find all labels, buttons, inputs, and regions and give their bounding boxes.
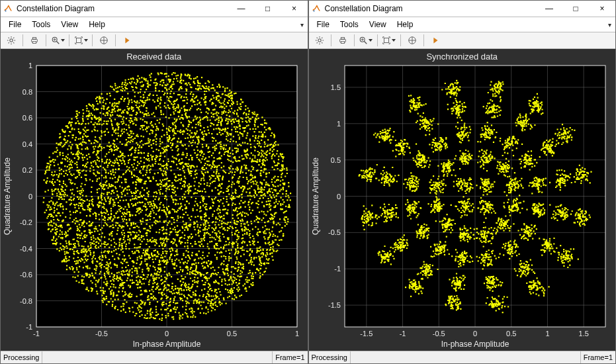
window-title: Constellation Diagram xyxy=(17,4,95,13)
toolbar-separator xyxy=(331,34,331,46)
zoom-in-button[interactable] xyxy=(358,34,374,47)
titlebar: Constellation Diagram — □ × xyxy=(309,1,616,17)
svg-rect-17 xyxy=(76,38,81,43)
menu-tools[interactable]: Tools xyxy=(335,19,364,30)
plot-area[interactable]: Synchronized data -1.5-1-0.500.511.5-1.5… xyxy=(309,49,616,351)
constellation-plot: -1.5-1-0.500.511.5-1.5-1-0.500.511.5In-p… xyxy=(309,63,616,351)
signal-play-button[interactable] xyxy=(119,34,135,47)
toolbar xyxy=(1,32,308,49)
menu-view[interactable]: View xyxy=(56,19,83,30)
print-icon xyxy=(30,36,39,45)
svg-line-6 xyxy=(9,38,9,38)
svg-rect-68 xyxy=(341,42,344,44)
toolbar-separator xyxy=(22,34,23,46)
zoom-in-button[interactable] xyxy=(50,34,66,47)
autoscale-icon xyxy=(382,36,391,45)
toolbar xyxy=(309,32,616,49)
svg-text:1: 1 xyxy=(28,63,32,69)
svg-point-57 xyxy=(318,39,320,42)
gear-button[interactable] xyxy=(3,34,19,47)
constellation-icon xyxy=(408,36,417,45)
print-button[interactable] xyxy=(26,34,42,47)
figure-window: Constellation Diagram — □ × FileToolsVie… xyxy=(0,0,308,364)
signal-play-button[interactable] xyxy=(427,34,443,47)
signal-play-icon xyxy=(431,36,440,45)
svg-point-0 xyxy=(5,10,6,11)
svg-line-64 xyxy=(316,42,317,43)
svg-line-65 xyxy=(322,38,322,38)
toolstrip-dropdown-icon[interactable]: ▾ xyxy=(293,21,305,28)
svg-marker-21 xyxy=(125,38,129,44)
menu-tools[interactable]: Tools xyxy=(26,19,56,30)
svg-text:0: 0 xyxy=(165,330,169,338)
maximize-button[interactable]: □ xyxy=(562,1,589,17)
y-axis-label: Quadrature Amplitude xyxy=(311,158,320,235)
svg-line-9 xyxy=(13,38,14,38)
svg-text:0.4: 0.4 xyxy=(22,140,32,148)
svg-text:1: 1 xyxy=(545,330,549,338)
autoscale-button[interactable] xyxy=(73,34,89,47)
statusbar: Processing Frame=1 xyxy=(1,351,308,363)
caret-down-icon xyxy=(369,39,373,42)
svg-text:-1.5: -1.5 xyxy=(360,330,373,338)
plot-canvas[interactable]: -1-0.500.51-1-0.8-0.6-0.4-0.200.20.40.60… xyxy=(1,63,308,351)
gear-icon xyxy=(7,36,16,45)
svg-line-62 xyxy=(316,38,317,38)
autoscale-button[interactable] xyxy=(381,34,397,47)
toolbar-separator xyxy=(115,34,116,46)
minimize-button[interactable]: — xyxy=(228,1,255,17)
svg-text:-0.4: -0.4 xyxy=(20,245,32,253)
svg-text:0.5: 0.5 xyxy=(330,156,340,164)
svg-text:0.6: 0.6 xyxy=(22,114,32,122)
menu-file[interactable]: File xyxy=(312,19,335,30)
constellation-button[interactable] xyxy=(96,34,112,47)
close-button[interactable]: × xyxy=(589,1,615,17)
status-left: Processing xyxy=(309,351,351,363)
constellation-plot: -1-0.500.51-1-0.8-0.6-0.4-0.200.20.40.60… xyxy=(1,63,308,351)
x-axis-label: In-phase Amplitude xyxy=(133,340,201,349)
window-title: Constellation Diagram xyxy=(325,4,403,13)
signal-play-icon xyxy=(122,36,132,45)
titlebar: Constellation Diagram — □ × xyxy=(1,1,308,17)
plot-canvas[interactable]: -1.5-1-0.500.511.5-1.5-1-0.500.511.5In-p… xyxy=(309,63,616,351)
svg-text:0.2: 0.2 xyxy=(22,166,32,174)
x-axis-label: In-phase Amplitude xyxy=(441,340,509,349)
toolstrip-dropdown-icon[interactable]: ▾ xyxy=(601,21,613,28)
svg-rect-67 xyxy=(341,38,344,40)
status-right: Frame=1 xyxy=(272,351,307,363)
svg-text:0.5: 0.5 xyxy=(506,330,516,338)
matlab-app-icon xyxy=(3,4,13,13)
maximize-button[interactable]: □ xyxy=(255,1,281,17)
autoscale-icon xyxy=(74,36,83,45)
toolbar-separator xyxy=(46,34,46,46)
svg-text:1.5: 1.5 xyxy=(578,330,588,338)
plot-area[interactable]: Received data -1-0.500.51-1-0.8-0.6-0.4-… xyxy=(1,49,308,351)
svg-text:-1: -1 xyxy=(33,330,40,338)
svg-text:-0.5: -0.5 xyxy=(432,330,445,338)
menu-help[interactable]: Help xyxy=(392,19,419,30)
y-axis-label: Quadrature Amplitude xyxy=(3,158,12,235)
minimize-button[interactable]: — xyxy=(536,1,562,17)
zoom-in-icon xyxy=(359,36,368,45)
print-button[interactable] xyxy=(335,34,351,47)
svg-rect-11 xyxy=(32,38,36,40)
svg-line-63 xyxy=(322,42,322,43)
menu-help[interactable]: Help xyxy=(83,19,110,30)
statusbar: Processing Frame=1 xyxy=(309,351,616,363)
svg-rect-12 xyxy=(32,42,36,44)
toolbar-separator xyxy=(400,34,401,46)
svg-line-7 xyxy=(13,42,14,43)
svg-text:-1.5: -1.5 xyxy=(328,301,341,309)
constellation-button[interactable] xyxy=(404,34,420,47)
menu-view[interactable]: View xyxy=(364,19,392,30)
print-icon xyxy=(338,36,347,45)
close-button[interactable]: × xyxy=(281,1,308,17)
menu-file[interactable]: File xyxy=(3,19,26,30)
svg-text:0.5: 0.5 xyxy=(227,330,237,338)
svg-text:1: 1 xyxy=(336,120,340,128)
svg-text:-1: -1 xyxy=(334,265,341,273)
svg-line-72 xyxy=(364,41,367,44)
status-right: Frame=1 xyxy=(580,351,615,363)
svg-text:0.8: 0.8 xyxy=(22,88,32,96)
gear-button[interactable] xyxy=(312,34,328,47)
